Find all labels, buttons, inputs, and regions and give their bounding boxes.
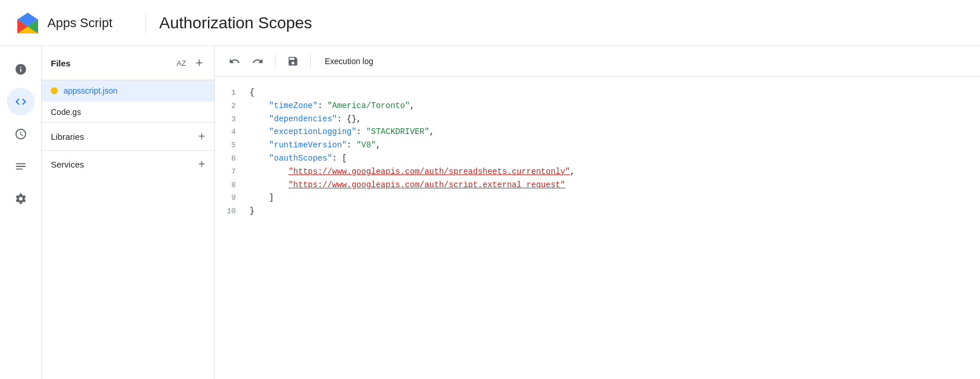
line-content-2: "timeZone": "America/Toronto", <box>250 99 980 112</box>
code-line-4: 4 "exceptionLogging": "STACKDRIVER", <box>215 125 980 139</box>
line-num-3: 3 <box>215 114 250 126</box>
file-name-appsscript: appsscript.json <box>64 86 117 95</box>
sort-az-label: AZ <box>177 59 187 68</box>
header-divider <box>145 13 146 34</box>
code-line-1: 1 { <box>215 86 980 99</box>
toolbar-divider <box>275 53 276 69</box>
toolbar-divider-2 <box>310 53 311 69</box>
file-panel-actions: AZ + <box>175 53 205 73</box>
line-num-2: 2 <box>215 101 250 113</box>
settings-icon <box>14 192 27 205</box>
app-name-label: Apps Script <box>47 16 113 31</box>
line-num-6: 6 <box>215 153 250 165</box>
triggers-sidebar-btn[interactable] <box>7 120 35 148</box>
sort-files-btn[interactable]: AZ <box>175 57 189 70</box>
executions-sidebar-btn[interactable] <box>7 153 35 180</box>
settings-sidebar-btn[interactable] <box>7 185 35 213</box>
files-title: Files <box>51 58 70 68</box>
line-num-9: 9 <box>215 192 250 205</box>
sidebar-icons <box>0 46 42 379</box>
file-item-appsscript-json[interactable]: appsscript.json <box>42 80 214 101</box>
line-content-5: "runtimeVersion": "V8", <box>250 139 980 151</box>
line-content-9: ] <box>250 191 980 204</box>
apps-script-logo-icon <box>14 9 42 37</box>
line-num-7: 7 <box>215 166 250 179</box>
code-line-3: 3 "dependencies": {}, <box>215 113 980 126</box>
line-num-5: 5 <box>215 140 250 152</box>
line-num-8: 8 <box>215 180 250 192</box>
editor-toolbar: Execution log <box>215 46 980 77</box>
libraries-label: Libraries <box>51 132 84 142</box>
code-icon <box>14 95 27 108</box>
line-num-4: 4 <box>215 127 250 139</box>
line-num-10: 10 <box>215 206 250 218</box>
main-layout: Files AZ + appsscript.json Code.gs <box>0 46 980 379</box>
line-content-1: { <box>250 86 980 99</box>
file-name-code-gs: Code.gs <box>51 107 81 117</box>
services-label: Services <box>51 159 84 169</box>
undo-btn[interactable] <box>224 51 245 72</box>
page-title: Authorization Scopes <box>159 14 313 32</box>
redo-icon <box>252 55 263 67</box>
code-line-9: 9 ] <box>215 191 980 205</box>
file-item-code-gs[interactable]: Code.gs <box>42 101 214 122</box>
line-content-7: "https://www.googleapis.com/auth/spreads… <box>250 165 980 178</box>
file-list: appsscript.json Code.gs Libraries + Serv… <box>42 80 214 379</box>
undo-icon <box>229 55 240 67</box>
info-sidebar-btn[interactable] <box>7 55 35 83</box>
code-line-8: 8 "https://www.googleapis.com/auth/scrip… <box>215 179 980 192</box>
executions-icon <box>14 160 27 173</box>
execution-log-btn[interactable]: Execution log <box>318 53 380 69</box>
line-content-4: "exceptionLogging": "STACKDRIVER", <box>250 125 980 138</box>
libraries-section[interactable]: Libraries + <box>42 122 214 150</box>
line-num-1: 1 <box>215 87 250 99</box>
line-content-8: "https://www.googleapis.com/auth/script.… <box>250 179 980 191</box>
add-service-icon[interactable]: + <box>198 158 205 171</box>
save-btn[interactable] <box>283 51 303 72</box>
line-content-6: "oauthScopes": [ <box>250 152 980 165</box>
redo-btn[interactable] <box>247 51 268 72</box>
add-file-plus-icon: + <box>195 55 203 70</box>
json-file-dot <box>51 87 58 94</box>
info-icon <box>14 63 27 76</box>
code-line-2: 2 "timeZone": "America/Toronto", <box>215 99 980 113</box>
code-line-7: 7 "https://www.googleapis.com/auth/sprea… <box>215 165 980 179</box>
line-content-10: } <box>250 205 980 217</box>
code-line-6: 6 "oauthScopes": [ <box>215 152 980 165</box>
code-line-5: 5 "runtimeVersion": "V8", <box>215 139 980 152</box>
add-file-btn[interactable]: + <box>193 53 205 73</box>
save-icon <box>287 55 299 67</box>
code-editor[interactable]: 1 { 2 "timeZone": "America/Toronto", 3 "… <box>215 77 980 379</box>
clock-icon <box>14 128 27 140</box>
line-content-3: "dependencies": {}, <box>250 113 980 125</box>
code-line-10: 10 } <box>215 205 980 218</box>
app-header: Apps Script Authorization Scopes <box>0 0 980 46</box>
services-section[interactable]: Services + <box>42 150 214 178</box>
add-library-icon[interactable]: + <box>198 130 205 143</box>
code-sidebar-btn[interactable] <box>7 88 35 116</box>
editor-area: Execution log 1 { 2 "timeZone": "America… <box>215 46 980 379</box>
app-logo: Apps Script <box>14 9 113 37</box>
execution-log-label: Execution log <box>325 57 373 66</box>
file-panel-header: Files AZ + <box>42 46 214 80</box>
file-panel: Files AZ + appsscript.json Code.gs <box>42 46 215 379</box>
